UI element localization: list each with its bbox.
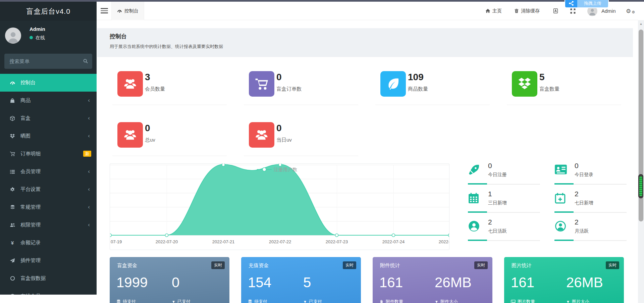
hamburger-icon[interactable] <box>101 8 108 13</box>
label-text: 待支付 <box>254 299 267 303</box>
divider <box>468 212 540 213</box>
sidebar-item-online-members[interactable]: 在线会员 <box>0 287 97 295</box>
extension-battery-widget[interactable] <box>638 174 643 198</box>
filter-icon: ▼ <box>303 300 307 303</box>
clear-cache-label: 清除缓存 <box>521 8 540 14</box>
search-icon[interactable] <box>83 58 88 65</box>
battery-cells-icon <box>639 176 642 196</box>
chevron-left-icon: ‹ <box>88 132 90 139</box>
card-value: 161 <box>379 274 403 291</box>
home-button[interactable]: 主页 <box>485 2 502 20</box>
scroll-up-arrow-icon[interactable]: ▲ <box>638 22 644 26</box>
label-text: 图片大小 <box>572 299 589 303</box>
sidebar-item-label: 盲盒假数据 <box>20 275 46 282</box>
divider <box>468 240 540 241</box>
scrollbar[interactable]: ▲ <box>638 20 644 303</box>
page-subtitle: 用于展示当前系统中的统计数据、统计报表及重要实时数据 <box>110 44 223 50</box>
stat-label: 商品数量 <box>408 86 428 92</box>
realtime-badge: 实时 <box>211 261 225 269</box>
id-card-icon <box>554 164 567 176</box>
card-stat-label: 附件数量 <box>379 299 403 303</box>
sidebar-item-blindbox[interactable]: 盲盒 ‹ <box>0 109 97 127</box>
realtime-badge: 实时 <box>474 261 488 269</box>
card-stat-label: 待支付 <box>248 299 267 303</box>
svg-text:2022-07-20: 2022-07-20 <box>156 239 178 244</box>
avatar[interactable] <box>5 28 21 44</box>
sidebar-item-console[interactable]: 控制台 <box>0 74 97 92</box>
stat-card-total-uv: 0 总uv <box>110 115 229 156</box>
quick-stat-value: 0 <box>488 162 492 170</box>
x-axis-labels: 07-19 2022-07-20 2022-07-21 2022-07-22 2… <box>111 239 449 244</box>
dropbox-icon <box>512 71 537 97</box>
card-value: 26MB <box>566 274 603 291</box>
card-value: 5 <box>303 274 311 291</box>
sidebar-item-label: 会员管理 <box>20 168 41 175</box>
chevron-left-icon: ‹ <box>88 221 90 228</box>
svg-text:2022-07-24: 2022-07-24 <box>382 239 405 244</box>
sidebar-item-plugins[interactable]: 插件管理 <box>0 252 97 269</box>
card-value: 1999 <box>116 274 148 291</box>
tab-console[interactable]: 控制台 <box>111 2 144 20</box>
divider <box>554 212 627 213</box>
page-title: 控制台 <box>110 33 127 40</box>
sidebar-item-balance[interactable]: ¥ 余额记录 <box>0 234 97 252</box>
sidebar-item-members[interactable]: 会员管理 ‹ <box>0 163 97 181</box>
quick-stat-7day-active: 2 七日活跃 <box>468 218 540 239</box>
calendar-plus-icon <box>554 192 566 205</box>
sidebar-item-orders[interactable]: 订单明细 新 <box>0 145 97 163</box>
divider <box>554 240 627 241</box>
sidebar-item-platform-settings[interactable]: 平台设置 ‹ <box>0 181 97 198</box>
sidebar-item-general[interactable]: 常规管理 ‹ <box>0 198 97 216</box>
stat-value: 5 <box>539 72 545 83</box>
sidebar-item-label: 盲盒 <box>20 115 31 121</box>
card-stat-label: ▼ 附件大小 <box>435 299 458 303</box>
stat-label: 会员数量 <box>145 86 165 92</box>
quick-stat-value: 2 <box>488 218 492 226</box>
sidebar-item-goods[interactable]: 商品 ‹ <box>0 92 97 109</box>
chevron-left-icon: ‹ <box>88 97 90 103</box>
gear-icon <box>9 187 16 192</box>
sidebar-menu: 控制台 商品 ‹ 盲盒 ‹ 晒图 ‹ <box>0 74 97 295</box>
sidebar-item-label: 晒图 <box>20 133 31 139</box>
card-value: 154 <box>248 274 271 291</box>
label-text: 附件数量 <box>386 299 403 303</box>
svg-text:2022-07-21: 2022-07-21 <box>212 239 235 244</box>
stats-card-attachments: 附件统计 实时 161 26MB 附件数量 ▼ 附件大小 <box>373 257 492 303</box>
divider <box>112 156 227 156</box>
sidebar-item-permissions[interactable]: 权限管理 ‹ <box>0 216 97 234</box>
drag-upload-widget[interactable]: 拖拽上传 <box>565 0 609 8</box>
menu-search <box>4 54 92 69</box>
sidebar-item-label: 权限管理 <box>20 222 41 228</box>
gears-icon: ⚙ <box>626 8 631 14</box>
app-title: 盲盒后台v4.0 <box>0 2 97 21</box>
divider <box>244 156 358 156</box>
legend-label: 注册用户数 <box>274 167 297 172</box>
divider <box>112 105 227 105</box>
divider <box>507 105 621 105</box>
home-icon <box>485 8 490 13</box>
card-title: 盲盒资金 <box>117 262 137 269</box>
quick-stat-value: 0 <box>575 162 579 170</box>
gauge-icon <box>9 80 16 86</box>
sidebar-item-fake-data[interactable]: 盲盒假数据 <box>0 269 97 287</box>
card-stat-label: 图片数量 <box>511 299 535 303</box>
search-input[interactable] <box>4 54 92 69</box>
card-title: 附件统计 <box>380 262 400 269</box>
chevron-left-icon: ‹ <box>88 168 90 174</box>
quick-stat-label: 今日登录 <box>575 172 593 178</box>
card-stat-label: ▼ 图片大小 <box>566 299 589 303</box>
online-dot-icon <box>30 36 33 39</box>
users-icon <box>9 222 16 228</box>
clear-cache-button[interactable]: 清除缓存 <box>514 2 540 20</box>
user-circle-icon <box>468 220 480 234</box>
sidebar-item-label: 控制台 <box>20 80 36 86</box>
translate-button[interactable] <box>553 2 558 20</box>
card-title: 充值资金 <box>249 262 269 269</box>
sidebar-item-photos[interactable]: 晒图 ‹ <box>0 127 97 145</box>
quick-stat-7day-new: 2 七日新增 <box>554 190 627 211</box>
database-icon <box>9 205 16 210</box>
stat-value: 0 <box>145 123 150 134</box>
quick-stat-3day-new: 1 三日新增 <box>468 190 540 211</box>
settings-button[interactable]: ⚙⚙ <box>626 2 635 20</box>
divider <box>244 105 358 105</box>
